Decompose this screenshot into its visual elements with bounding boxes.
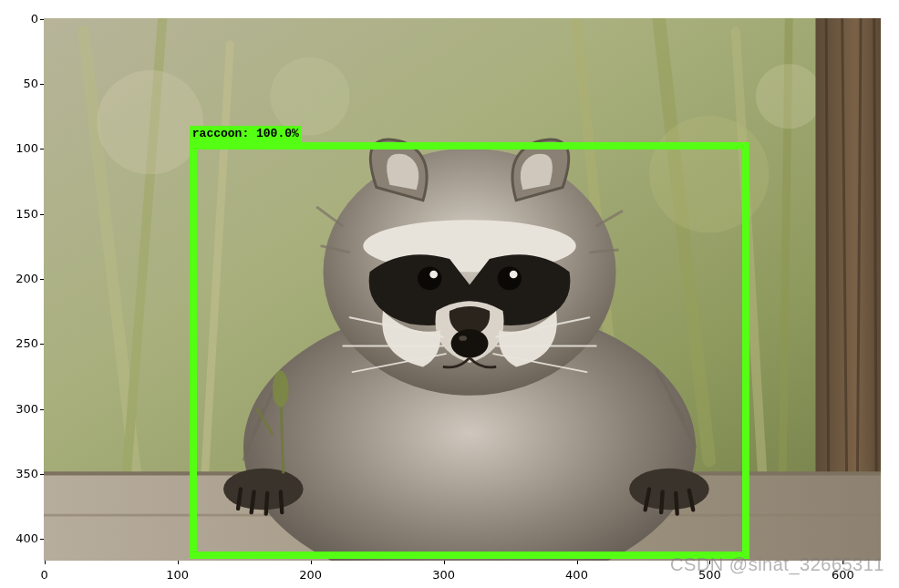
x-tick-label: 600 [832, 568, 854, 582]
y-tick-label: 350 [2, 467, 38, 480]
x-tick-mark [577, 561, 578, 564]
svg-line-31 [266, 493, 267, 514]
svg-line-34 [661, 491, 662, 512]
svg-line-35 [676, 493, 677, 514]
svg-point-46 [498, 267, 522, 291]
svg-point-27 [223, 469, 304, 511]
detection-bbox-0-label: raccoon: 100.0% [190, 126, 302, 142]
svg-point-11 [756, 64, 822, 129]
y-tick-label: 200 [2, 272, 38, 285]
x-tick-mark [842, 561, 843, 564]
svg-line-30 [252, 491, 254, 512]
svg-point-50 [459, 335, 467, 341]
raccoon-photo-svg [44, 18, 881, 561]
x-tick-mark [444, 561, 445, 564]
x-tick-label: 500 [698, 568, 721, 582]
y-tick-mark [40, 84, 44, 85]
svg-point-49 [451, 329, 489, 357]
y-tick-label: 250 [2, 336, 38, 350]
svg-point-9 [270, 57, 350, 136]
y-tick-mark [40, 344, 44, 345]
y-tick-label: 150 [2, 207, 38, 221]
svg-line-32 [281, 491, 282, 512]
x-tick-label: 100 [166, 568, 189, 582]
x-tick-mark [311, 561, 312, 564]
y-tick-mark [40, 149, 44, 150]
y-tick-label: 50 [2, 77, 38, 90]
y-tick-mark [40, 539, 44, 540]
y-tick-label: 400 [2, 531, 38, 545]
svg-point-47 [429, 271, 438, 279]
svg-point-8 [97, 70, 203, 174]
y-tick-mark [40, 409, 44, 410]
y-tick-label: 300 [2, 402, 38, 416]
svg-point-45 [418, 267, 441, 291]
svg-line-29 [238, 490, 241, 509]
y-tick-mark [40, 279, 44, 280]
x-tick-label: 0 [41, 568, 48, 582]
y-tick-label: 0 [2, 12, 38, 26]
x-tick-label: 300 [432, 568, 455, 582]
axes: raccoon: 100.0% [44, 18, 881, 561]
svg-point-28 [629, 469, 709, 511]
svg-point-10 [649, 116, 769, 232]
y-tick-mark [40, 19, 44, 20]
y-tick-mark [40, 474, 44, 475]
detection-image [44, 18, 881, 561]
x-tick-label: 200 [299, 568, 322, 582]
svg-point-48 [510, 271, 518, 279]
x-tick-label: 400 [565, 568, 588, 582]
x-tick-mark [709, 561, 710, 564]
svg-point-58 [273, 371, 289, 407]
x-tick-mark [178, 561, 179, 564]
figure: raccoon: 100.0% 050100150200250300350400… [0, 0, 899, 588]
x-tick-mark [45, 561, 46, 564]
y-tick-label: 100 [2, 141, 38, 155]
y-tick-mark [40, 214, 44, 215]
